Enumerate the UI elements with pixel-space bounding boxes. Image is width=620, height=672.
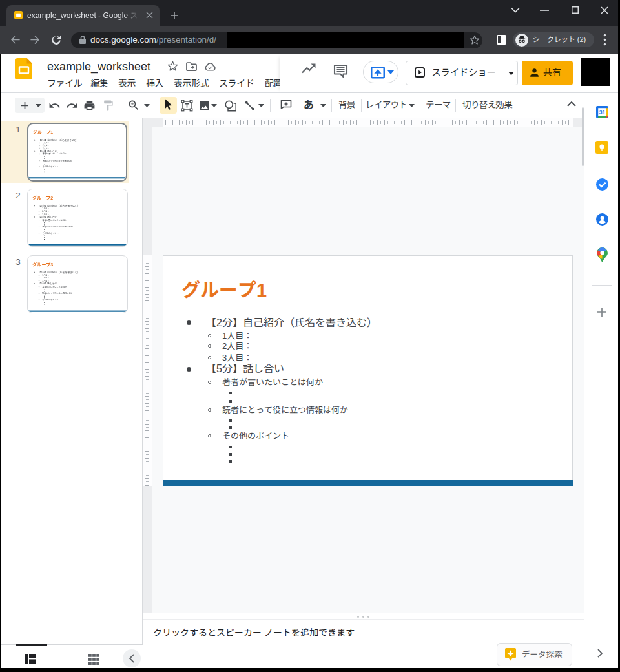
svg-text:31: 31: [599, 109, 606, 116]
